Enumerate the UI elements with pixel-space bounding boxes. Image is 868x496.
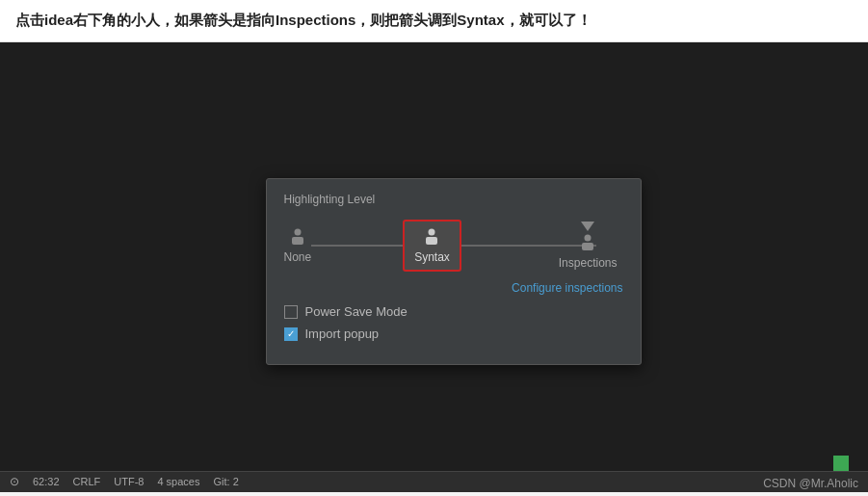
- indent: 4 spaces: [157, 476, 199, 487]
- power-save-label: Power Save Mode: [305, 304, 408, 319]
- csdn-credit: CSDN @Mr.Aholic: [763, 477, 858, 490]
- encoding: UTF-8: [114, 476, 144, 487]
- inspections-label: Inspections: [559, 256, 618, 270]
- hector-icon[interactable]: [833, 456, 849, 471]
- main-area: Highlighting Level None: [0, 42, 868, 492]
- svg-rect-3: [426, 237, 437, 245]
- vcs-info: Git: 2: [213, 476, 238, 487]
- instruction-bar: 点击idea右下角的小人，如果箭头是指向Inspections，则把箭头调到Sy…: [0, 0, 868, 42]
- highlighting-popup: Highlighting Level None: [266, 178, 642, 365]
- import-popup-row: Import popup: [284, 326, 623, 341]
- none-label: None: [284, 250, 312, 264]
- svg-rect-5: [582, 243, 593, 250]
- inspections-icon: [580, 233, 595, 254]
- cursor-position: 62:32: [33, 476, 60, 487]
- svg-point-0: [294, 229, 301, 236]
- svg-point-4: [585, 235, 592, 242]
- status-icon: ⊙: [10, 475, 19, 488]
- power-save-checkbox[interactable]: [284, 305, 298, 319]
- syntax-label: Syntax: [414, 250, 450, 264]
- configure-inspections-link[interactable]: Configure inspections: [284, 281, 623, 295]
- import-popup-checkbox[interactable]: [284, 327, 298, 341]
- ide-area: Highlighting Level None: [0, 42, 868, 492]
- import-popup-label: Import popup: [305, 326, 380, 341]
- arrow-indicator: [581, 222, 594, 231]
- svg-rect-1: [292, 237, 303, 245]
- none-icon: [290, 227, 305, 248]
- svg-point-2: [429, 229, 435, 236]
- hl-option-none[interactable]: None: [284, 227, 312, 264]
- instruction-text: 点击idea右下角的小人，如果箭头是指向Inspections，则把箭头调到Sy…: [15, 12, 592, 28]
- highlight-level-selector: None Syntax: [284, 218, 623, 274]
- line-ending: CRLF: [73, 476, 101, 487]
- hl-option-syntax[interactable]: Syntax: [403, 220, 461, 272]
- syntax-icon: [424, 227, 439, 248]
- hl-option-inspections[interactable]: Inspections: [553, 218, 623, 274]
- section-title: Highlighting Level: [284, 193, 623, 206]
- power-save-row: Power Save Mode: [284, 304, 623, 319]
- status-bar: ⊙ 62:32 CRLF UTF-8 4 spaces Git: 2: [0, 471, 868, 492]
